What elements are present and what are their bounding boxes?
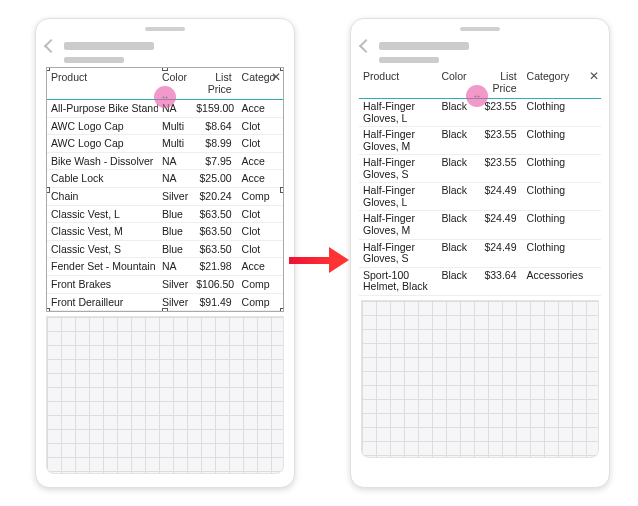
cell-price: $24.49	[476, 183, 523, 211]
cell-price: $159.00	[192, 100, 237, 118]
cell-color: NA	[158, 170, 192, 188]
cell-product: Fender Set - Mountain	[47, 258, 158, 276]
back-icon[interactable]	[44, 39, 58, 53]
table-row[interactable]: Half-Finger Gloves, SBlack$23.55Clothing	[359, 155, 601, 183]
cell-product: AWC Logo Cap	[47, 117, 158, 135]
resize-handle[interactable]	[162, 308, 168, 312]
table-visual-selected[interactable]: ✕ ↔ Product Color List Price Catego All-…	[46, 67, 284, 312]
table-row[interactable]: Half-Finger Gloves, SBlack$24.49Clothing	[359, 239, 601, 267]
cell-category: Clothing	[523, 127, 601, 155]
cell-color: Blue	[158, 223, 192, 241]
resize-handle[interactable]	[46, 187, 50, 193]
cell-color: Multi	[158, 117, 192, 135]
table-row[interactable]: Half-Finger Gloves, MBlack$24.49Clothing	[359, 211, 601, 239]
cell-price: $24.49	[476, 239, 523, 267]
cell-product: AWC Logo Cap	[47, 135, 158, 153]
cell-color: Black	[437, 239, 475, 267]
cell-product: Half-Finger Gloves, S	[359, 155, 437, 183]
table-row[interactable]: Fender Set - MountainNA$21.98Acce	[47, 258, 283, 276]
cell-product: Half-Finger Gloves, M	[359, 127, 437, 155]
resize-handle[interactable]	[280, 187, 284, 193]
cell-price: $25.00	[192, 170, 237, 188]
cell-category: Acce	[238, 258, 283, 276]
cell-price: $24.49	[476, 211, 523, 239]
resize-handle[interactable]	[46, 308, 50, 312]
cell-category: Clot	[238, 223, 283, 241]
cell-price: $63.50	[192, 223, 237, 241]
column-resize-cursor-icon[interactable]: ↔	[154, 86, 176, 108]
table-visual[interactable]: ✕ ↔ Product Color List Price Category Ha…	[359, 67, 601, 296]
phone-mockup-right: ✕ ↔ Product Color List Price Category Ha…	[350, 18, 610, 488]
back-icon[interactable]	[359, 39, 373, 53]
screen-header	[36, 37, 294, 55]
table-row[interactable]: Classic Vest, SBlue$63.50Clot	[47, 240, 283, 258]
cell-color: NA	[158, 152, 192, 170]
table-row[interactable]: AWC Logo CapMulti$8.64Clot	[47, 117, 283, 135]
cell-price: $21.98	[192, 258, 237, 276]
cell-price: $7.95	[192, 152, 237, 170]
title-placeholder	[379, 42, 469, 50]
cell-price: $8.64	[192, 117, 237, 135]
table-row[interactable]: Half-Finger Gloves, MBlack$23.55Clothing	[359, 127, 601, 155]
phone-notch	[460, 27, 500, 31]
col-product[interactable]: Product	[47, 68, 158, 100]
cell-color: Black	[437, 267, 475, 295]
phone-notch	[145, 27, 185, 31]
canvas-grid	[46, 316, 284, 474]
close-icon[interactable]: ✕	[589, 69, 599, 83]
cell-category: Clothing	[523, 183, 601, 211]
table-row[interactable]: AWC Logo CapMulti$8.99Clot	[47, 135, 283, 153]
cell-price: $91.49	[192, 293, 237, 311]
table-row[interactable]: Cable LockNA$25.00Acce	[47, 170, 283, 188]
table-row[interactable]: Classic Vest, LBlue$63.50Clot	[47, 205, 283, 223]
cell-product: Half-Finger Gloves, M	[359, 211, 437, 239]
cell-category: Comp	[238, 293, 283, 311]
cell-price: $8.99	[192, 135, 237, 153]
close-icon[interactable]: ✕	[271, 70, 281, 84]
cell-color: Multi	[158, 135, 192, 153]
cell-product: Classic Vest, L	[47, 205, 158, 223]
cell-category: Acce	[238, 152, 283, 170]
cell-category: Clot	[238, 240, 283, 258]
col-product[interactable]: Product	[359, 67, 437, 99]
title-placeholder	[64, 42, 154, 50]
cell-category: Clothing	[523, 211, 601, 239]
cell-category: Clot	[238, 135, 283, 153]
table-row[interactable]: Half-Finger Gloves, LBlack$24.49Clothing	[359, 183, 601, 211]
cell-product: Classic Vest, S	[47, 240, 158, 258]
cell-category: Acce	[238, 100, 283, 118]
cell-category: Accessories	[523, 267, 601, 295]
cell-color: Blue	[158, 205, 192, 223]
column-resize-cursor-icon[interactable]: ↔	[466, 85, 488, 107]
resize-handle[interactable]	[162, 67, 168, 71]
cell-price: $23.55	[476, 127, 523, 155]
cell-color: NA	[158, 258, 192, 276]
cell-product: Chain	[47, 188, 158, 206]
cell-color: Silver	[158, 188, 192, 206]
cell-price: $63.50	[192, 240, 237, 258]
cell-color: Black	[437, 183, 475, 211]
resize-handle[interactable]	[46, 67, 50, 71]
cell-product: Front Brakes	[47, 276, 158, 294]
table-row[interactable]: Front BrakesSilver$106.50Comp	[47, 276, 283, 294]
screen-header	[351, 37, 609, 55]
cell-product: Bike Wash - Dissolver	[47, 152, 158, 170]
cell-product: Front Derailleur	[47, 293, 158, 311]
cell-category: Acce	[238, 170, 283, 188]
col-list-price[interactable]: List Price	[192, 68, 237, 100]
cell-category: Clothing	[523, 99, 601, 127]
cell-category: Clothing	[523, 239, 601, 267]
cell-category: Comp	[238, 276, 283, 294]
canvas-grid	[361, 300, 599, 458]
cell-category: Clot	[238, 205, 283, 223]
table-row[interactable]: Sport-100 Helmet, BlackBlack$33.64Access…	[359, 267, 601, 295]
table-row[interactable]: Bike Wash - DissolverNA$7.95Acce	[47, 152, 283, 170]
phone-mockup-left: ✕ ↔ Product Color List Price Catego All-…	[35, 18, 295, 488]
cell-price: $20.24	[192, 188, 237, 206]
resize-handle[interactable]	[280, 308, 284, 312]
table-row[interactable]: Classic Vest, MBlue$63.50Clot	[47, 223, 283, 241]
cell-color: Silver	[158, 276, 192, 294]
table-row[interactable]: ChainSilver$20.24Comp	[47, 188, 283, 206]
subtitle-placeholder	[64, 57, 124, 63]
cell-product: Sport-100 Helmet, Black	[359, 267, 437, 295]
